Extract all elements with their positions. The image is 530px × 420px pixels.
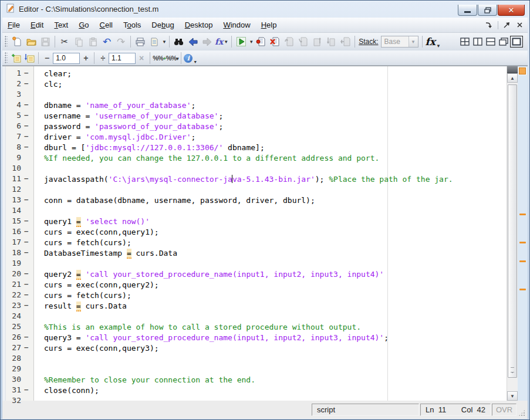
gutter-line[interactable]: 15− [6, 216, 33, 227]
code-line[interactable]: curs = fetch(curs); [44, 238, 453, 248]
gutter-line[interactable]: 26− [6, 333, 33, 343]
code-line[interactable] [44, 396, 453, 401]
menu-item-tools[interactable]: Tools [118, 19, 146, 31]
maximize-layout-button[interactable] [510, 36, 523, 48]
gutter-line[interactable]: 23− [6, 301, 33, 311]
gutter-line[interactable]: 3 [6, 90, 33, 100]
print-button[interactable] [133, 35, 147, 49]
gutter-line[interactable]: 22− [6, 290, 33, 301]
gutter-line[interactable]: 18− [6, 248, 33, 259]
toolbar-grip[interactable] [5, 36, 8, 48]
code-line[interactable] [44, 206, 453, 216]
code-line[interactable]: DatabaseTimestamp = curs.Data [44, 248, 453, 259]
gutter-line[interactable]: 9 [6, 153, 33, 164]
code-line[interactable]: javaclasspath('C:\jars\mysql-connector-j… [44, 174, 453, 185]
code-line[interactable]: close(conn); [44, 385, 453, 396]
gutter-line[interactable]: 4− [6, 100, 33, 111]
code-line[interactable]: password = 'password_of_your_database'; [44, 121, 453, 132]
gutter-line[interactable]: 31− [6, 385, 33, 396]
gutter-line[interactable]: 20− [6, 269, 33, 280]
gutter-line[interactable]: 28 [6, 354, 33, 364]
gutter-line[interactable]: 13− [6, 195, 33, 206]
gutter-line[interactable]: 6− [6, 121, 33, 132]
code-line[interactable]: dbname = 'name_of_your_database'; [44, 100, 453, 111]
menu-item-debug[interactable]: Debug [146, 19, 179, 31]
code-line[interactable] [44, 185, 453, 195]
step-in-button[interactable] [296, 35, 310, 49]
cell-toolbar-grip[interactable] [5, 52, 8, 64]
run-dropdown-arrow[interactable]: ▼ [249, 39, 254, 45]
menu-item-text[interactable]: Text [49, 19, 73, 31]
new-script-button[interactable] [10, 35, 24, 49]
scrollbar-track[interactable] [507, 83, 518, 391]
publish-button[interactable] [147, 35, 161, 49]
gutter-line[interactable]: 30 [6, 375, 33, 385]
decrease-percent-button[interactable]: %%▾ [166, 52, 178, 64]
gutter-line[interactable]: 25 [6, 322, 33, 333]
gutter-line[interactable]: 17− [6, 238, 33, 248]
menu-item-cell[interactable]: Cell [94, 19, 118, 31]
menu-item-go[interactable]: Go [73, 19, 94, 31]
insert-cell-divider-button[interactable] [10, 52, 23, 64]
code-line[interactable]: result = curs.Data [44, 301, 453, 311]
paste-button[interactable] [86, 35, 100, 49]
restore-button[interactable] [478, 5, 497, 16]
copy-button[interactable] [72, 35, 86, 49]
menu-item-window[interactable]: Window [218, 19, 255, 31]
gutter-line[interactable]: 32 [6, 396, 33, 407]
warning-marker-line-20[interactable] [519, 260, 526, 262]
code-line[interactable]: %If needed, you can change the 127.0.0.1… [44, 153, 453, 164]
split-pane-handle[interactable] [507, 66, 518, 73]
code-line[interactable]: query2 = 'call your_stored_procedure_nam… [44, 269, 453, 280]
divide-button[interactable]: ÷ [97, 53, 109, 63]
code-line[interactable]: driver = 'com.mysql.jdbc.Driver'; [44, 132, 453, 143]
vertical-scrollbar[interactable]: ▲ ▼ [507, 66, 518, 401]
open-file-button[interactable] [24, 35, 38, 49]
code-area[interactable]: clear;clc; dbname = 'name_of_your_databa… [34, 66, 507, 401]
gutter-line[interactable]: 29 [6, 364, 33, 375]
code-line[interactable]: curs = exec(conn,query1); [44, 227, 453, 238]
code-line[interactable]: curs = fetch(curs); [44, 290, 453, 301]
set-breakpoint-button[interactable] [254, 35, 268, 49]
code-line[interactable]: query1 = 'select now()' [44, 216, 453, 227]
warning-marker-line-23[interactable] [519, 289, 526, 290]
menu-item-desktop[interactable]: Desktop [180, 19, 218, 31]
minimize-button[interactable] [458, 5, 477, 16]
gutter-line[interactable]: 16− [6, 227, 33, 238]
increment-button[interactable]: + [80, 53, 92, 63]
menu-item-help[interactable]: Help [256, 19, 282, 31]
scroll-down-button[interactable]: ▼ [507, 391, 518, 401]
run-button[interactable] [234, 35, 248, 49]
gutter-line[interactable]: 24 [6, 311, 33, 322]
redo-button[interactable]: ↷ [114, 35, 128, 49]
go-back-button[interactable] [186, 35, 200, 49]
save-button[interactable] [38, 35, 52, 49]
resize-grip[interactable] [518, 409, 525, 416]
info-button[interactable]: i ▼ [184, 52, 197, 64]
code-line[interactable]: conn = database(dbname, username, passwo… [44, 195, 453, 206]
decrement-button[interactable]: − [41, 53, 53, 63]
gutter-line[interactable]: 8− [6, 143, 33, 153]
code-line[interactable]: query3 = 'call your_stored_procedure_nam… [44, 333, 453, 343]
code-line[interactable]: %Remember to close your connection at th… [44, 375, 453, 385]
code-line[interactable]: username = 'username_of_your_database'; [44, 111, 453, 121]
code-line[interactable]: dburl = ['jdbc:mysql://127.0.0.1:3306/' … [44, 143, 453, 153]
float-layout-button[interactable] [497, 36, 510, 48]
message-indicator-bar[interactable] [518, 66, 528, 401]
code-line[interactable]: curs = exec(conn,query3); [44, 343, 453, 354]
next-cell-button[interactable] [23, 52, 36, 64]
find-button[interactable] [172, 35, 186, 49]
increment-step-field[interactable] [53, 53, 80, 64]
clear-breakpoints-button[interactable] [268, 35, 282, 49]
warning-marker-line-18[interactable] [519, 242, 526, 243]
code-text[interactable]: clear;clc; dbname = 'name_of_your_databa… [44, 69, 453, 401]
step-out-button[interactable] [310, 35, 324, 49]
exit-debug-button[interactable] [338, 35, 352, 49]
code-line[interactable] [44, 164, 453, 174]
title-bar[interactable]: Editor - C:\Simulations\connection_test.… [1, 1, 529, 18]
code-line[interactable]: clc; [44, 79, 453, 90]
split-horizontal-button[interactable] [484, 36, 497, 48]
code-line[interactable]: clear; [44, 69, 453, 79]
gutter-line[interactable]: 2− [6, 79, 33, 90]
code-line[interactable] [44, 311, 453, 322]
